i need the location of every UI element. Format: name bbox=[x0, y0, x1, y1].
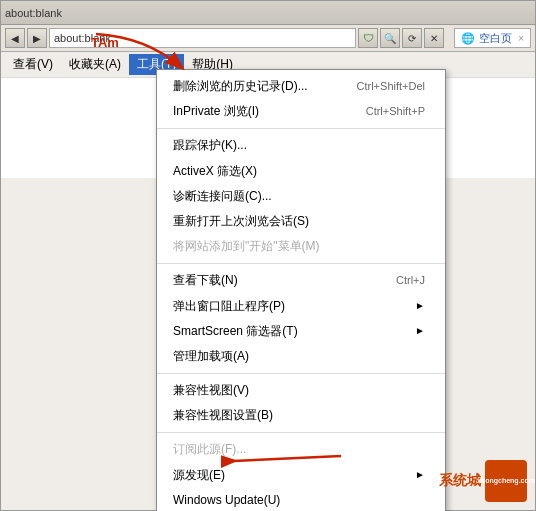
menu-inprivate[interactable]: InPrivate 浏览(I) Ctrl+Shift+P bbox=[157, 99, 445, 124]
watermark-logo-area: xitongcheng.com bbox=[485, 460, 527, 502]
watermark: 系统城 xitongcheng.com bbox=[439, 460, 527, 502]
menu-compat-view-settings[interactable]: 兼容性视图设置(B) bbox=[157, 403, 445, 428]
refresh-button[interactable]: ⟳ bbox=[402, 28, 422, 48]
menu-section-3: 查看下载(N) Ctrl+J 弹出窗口阻止程序(P) ► SmartScreen… bbox=[157, 266, 445, 371]
separator-3 bbox=[157, 373, 445, 374]
menu-popup-blocker[interactable]: 弹出窗口阻止程序(P) ► bbox=[157, 294, 445, 319]
title-text: about:blank bbox=[5, 7, 62, 19]
menu-smartscreen[interactable]: SmartScreen 筛选器(T) ► bbox=[157, 319, 445, 344]
menu-compat-view[interactable]: 兼容性视图(V) bbox=[157, 378, 445, 403]
menu-diagnose[interactable]: 诊断连接问题(C)... bbox=[157, 184, 445, 209]
tab-close-btn[interactable]: × bbox=[518, 33, 524, 44]
separator-1 bbox=[157, 128, 445, 129]
menu-add-to-start: 将网站添加到"开始"菜单(M) bbox=[157, 234, 445, 259]
address-text: about:blank bbox=[54, 32, 111, 44]
security-icon: 🛡 bbox=[358, 28, 378, 48]
menu-activex[interactable]: ActiveX 筛选(X) bbox=[157, 159, 445, 184]
menu-view[interactable]: 查看(V) bbox=[5, 54, 61, 75]
watermark-domain: xitongcheng.com bbox=[477, 477, 535, 485]
browser-window: about:blank ◀ ▶ about:blank 🛡 🔍 ⟳ ✕ 🌐 空白… bbox=[0, 0, 536, 511]
separator-4 bbox=[157, 432, 445, 433]
menu-tracking[interactable]: 跟踪保护(K)... bbox=[157, 133, 445, 158]
menu-section-4: 兼容性视图(V) 兼容性视图设置(B) bbox=[157, 376, 445, 430]
tools-dropdown: 删除浏览的历史记录(D)... Ctrl+Shift+Del InPrivate… bbox=[156, 69, 446, 511]
menu-subscribe: 订阅此源(F)... bbox=[157, 437, 445, 462]
menu-favorites[interactable]: 收藏夹(A) bbox=[61, 54, 129, 75]
menu-source-discover[interactable]: 源发现(E) ► bbox=[157, 463, 445, 488]
menu-section-2: 跟踪保护(K)... ActiveX 筛选(X) 诊断连接问题(C)... 重新… bbox=[157, 131, 445, 261]
tab-button[interactable]: 🌐 空白页 × bbox=[454, 28, 531, 48]
address-box[interactable]: about:blank bbox=[49, 28, 356, 48]
watermark-logo: xitongcheng.com bbox=[485, 460, 527, 502]
menu-section-5: 订阅此源(F)... 源发现(E) ► Windows Update(U) bbox=[157, 435, 445, 511]
forward-button[interactable]: ▶ bbox=[27, 28, 47, 48]
separator-2 bbox=[157, 263, 445, 264]
close-button[interactable]: ✕ bbox=[424, 28, 444, 48]
watermark-text: 系统城 bbox=[439, 472, 481, 490]
menu-windows-update[interactable]: Windows Update(U) bbox=[157, 488, 445, 511]
tab-label: 空白页 bbox=[479, 31, 512, 46]
title-bar: about:blank bbox=[1, 1, 535, 25]
address-bar-row: ◀ ▶ about:blank 🛡 🔍 ⟳ ✕ 🌐 空白页 × bbox=[1, 25, 535, 52]
menu-delete-history[interactable]: 删除浏览的历史记录(D)... Ctrl+Shift+Del bbox=[157, 74, 445, 99]
menu-section-1: 删除浏览的历史记录(D)... Ctrl+Shift+Del InPrivate… bbox=[157, 72, 445, 126]
back-button[interactable]: ◀ bbox=[5, 28, 25, 48]
menu-downloads[interactable]: 查看下载(N) Ctrl+J bbox=[157, 268, 445, 293]
menu-manage-addons[interactable]: 管理加载项(A) bbox=[157, 344, 445, 369]
menu-reopen[interactable]: 重新打开上次浏览会话(S) bbox=[157, 209, 445, 234]
search-button[interactable]: 🔍 bbox=[380, 28, 400, 48]
